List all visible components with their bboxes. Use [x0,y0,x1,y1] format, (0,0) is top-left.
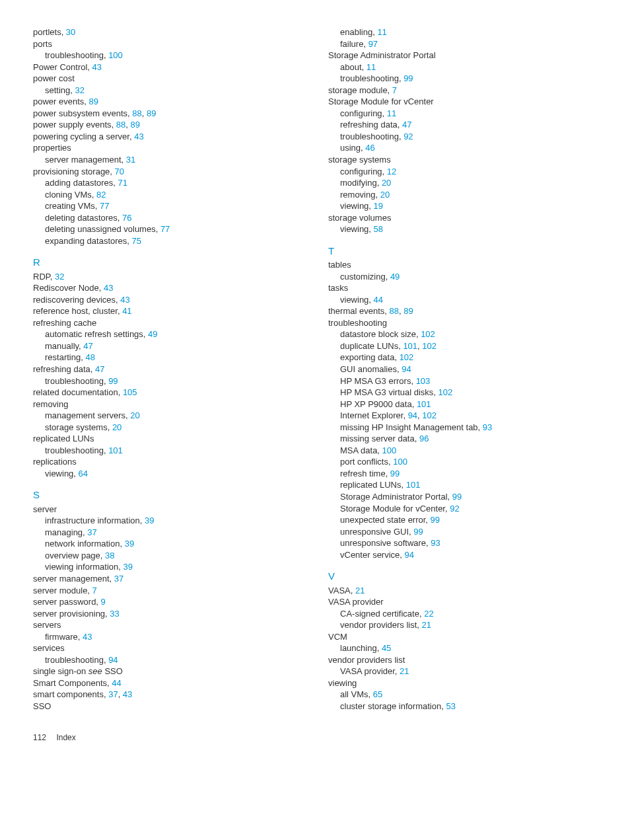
index-page-link[interactable]: 101 [403,341,417,351]
index-page-link[interactable]: 19 [374,201,383,211]
index-page-link[interactable]: 20 [112,422,122,432]
index-page-link[interactable]: 94 [405,550,414,560]
index-page-link[interactable]: 7 [392,85,397,95]
index-page-link[interactable]: 101 [108,445,123,455]
index-page-link[interactable]: 32 [55,272,64,282]
index-page-link[interactable]: 20 [380,190,390,200]
index-page-link[interactable]: 33 [110,609,119,619]
index-page-link[interactable]: 39 [125,539,134,549]
index-page-link[interactable]: 43 [120,295,129,305]
index-page-link[interactable]: 99 [452,492,462,502]
index-page-link[interactable]: 41 [122,306,131,316]
index-page-link[interactable]: 88 [116,120,125,130]
index-page-link[interactable]: 44 [112,678,121,688]
index-page-link[interactable]: 92 [403,132,413,141]
index-page-link[interactable]: 65 [373,689,382,699]
index-subentry: troubleshooting, 92 [328,131,597,143]
index-page-link[interactable]: 94 [108,655,118,665]
index-subentry: HP MSA G3 virtual disks, 102 [328,387,597,399]
index-page-link[interactable]: 43 [123,689,132,699]
index-entry: refreshing cache [33,317,302,329]
index-page-link[interactable]: 11 [387,108,396,118]
index-page-link[interactable]: 47 [83,341,92,351]
index-page-link[interactable]: 93 [431,538,440,548]
index-page-link[interactable]: 97 [368,39,378,49]
index-page-link[interactable]: 38 [105,551,114,560]
index-page-link[interactable]: 105 [123,387,137,397]
index-page-link[interactable]: 101 [406,480,421,490]
index-page-link[interactable]: 39 [123,562,133,572]
index-page-link[interactable]: 49 [148,329,157,339]
index-page-link[interactable]: 92 [450,504,459,514]
index-page-link[interactable]: 9 [101,597,106,607]
index-page-link[interactable]: 99 [108,376,118,386]
index-page-link[interactable]: 44 [374,295,383,305]
index-page-link[interactable]: 53 [446,701,455,711]
index-page-link[interactable]: 48 [85,352,94,362]
index-page-link[interactable]: 46 [365,143,374,153]
index-page-link[interactable]: 102 [422,341,437,351]
index-page-link[interactable]: 99 [390,469,400,478]
index-page-link[interactable]: 37 [87,527,96,537]
index-page-link[interactable]: 31 [126,155,135,165]
index-page-link[interactable]: 102 [421,329,435,339]
index-page-link[interactable]: 58 [374,224,383,234]
index-page-link[interactable]: 71 [118,178,127,188]
index-entry: properties [33,142,302,154]
index-page-link[interactable]: 89 [130,120,139,130]
index-page-link[interactable]: 100 [108,50,123,60]
index-page-link[interactable]: 88 [132,108,141,118]
index-page-link[interactable]: 89 [89,96,98,106]
index-page-link[interactable]: 43 [134,132,143,141]
index-page-link[interactable]: 20 [130,410,139,420]
index-page-link[interactable]: 70 [115,167,124,176]
index-page-link[interactable]: 99 [431,515,440,525]
index-page-link[interactable]: 77 [160,224,170,234]
index-page-link[interactable]: 49 [390,272,400,282]
index-page-link[interactable]: 21 [400,666,409,676]
index-page-link[interactable]: 45 [382,643,391,653]
index-page-link[interactable]: 88 [390,306,399,316]
index-page-link[interactable]: 43 [92,62,102,72]
index-page-link[interactable]: 21 [355,586,365,595]
index-page-link[interactable]: 11 [367,62,376,72]
index-page-link[interactable]: 20 [382,178,391,188]
index-page-link[interactable]: 94 [408,410,417,420]
index-page-link[interactable]: 30 [66,27,75,37]
index-entry: replicated LUNs [33,433,302,445]
index-page-link[interactable]: 7 [92,586,97,595]
index-page-link[interactable]: 21 [422,620,431,630]
index-page-link[interactable]: 89 [403,306,413,316]
index-page-link[interactable]: 64 [79,469,88,478]
index-page-link[interactable]: 89 [147,108,156,118]
index-page-link[interactable]: 100 [382,445,397,455]
index-page-link[interactable]: 47 [402,120,411,130]
index-page-link[interactable]: 102 [422,410,437,420]
index-page-link[interactable]: 102 [400,352,414,362]
index-entry: Smart Components, 44 [33,677,302,689]
index-page-link[interactable]: 103 [416,376,431,386]
index-page-link[interactable]: 96 [419,434,429,443]
index-page-link[interactable]: 76 [122,213,131,223]
index-subentry: cloning VMs, 82 [33,189,302,201]
index-page-link[interactable]: 12 [387,167,396,176]
index-page-link[interactable]: 43 [104,283,113,293]
index-page-link[interactable]: 37 [108,689,118,699]
index-page-link[interactable]: 99 [403,73,413,83]
index-page-link[interactable]: 47 [95,364,104,374]
index-page-link[interactable]: 75 [132,236,141,246]
index-page-link[interactable]: 93 [483,422,492,432]
index-page-link[interactable]: 43 [83,632,92,642]
index-page-link[interactable]: 100 [393,457,407,467]
index-page-link[interactable]: 11 [377,27,386,37]
index-page-link[interactable]: 39 [145,515,154,525]
index-page-link[interactable]: 94 [402,364,411,374]
index-page-link[interactable]: 32 [75,85,85,95]
index-page-link[interactable]: 101 [417,399,431,409]
index-page-link[interactable]: 77 [100,201,109,211]
index-page-link[interactable]: 82 [96,190,106,200]
index-page-link[interactable]: 37 [114,574,123,584]
index-page-link[interactable]: 22 [424,609,433,619]
index-page-link[interactable]: 99 [413,527,423,537]
index-page-link[interactable]: 102 [438,387,453,397]
